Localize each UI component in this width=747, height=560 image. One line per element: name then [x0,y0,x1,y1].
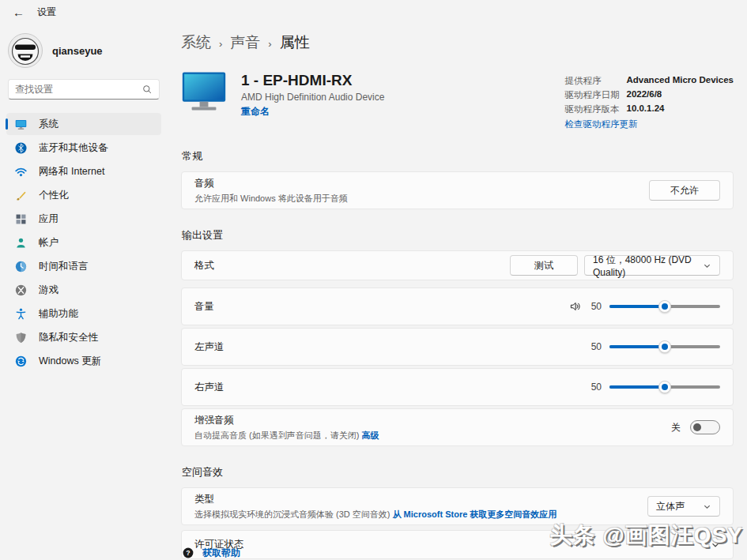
enhance-audio-toggle[interactable] [690,420,720,434]
watermark: 头条 @画图汪QSY [550,521,743,551]
right-channel-label: 右声道 [194,381,224,394]
volume-label: 音量 [194,300,214,314]
volume-value: 50 [590,301,602,312]
help-icon: ? [182,547,194,559]
bluetooth-icon [14,141,28,155]
left-channel-card: 左声道 50 [181,328,734,366]
spatial-type-value: 立体声 [656,500,685,513]
audio-subtitle: 允许应用和 Windows 将此设备用于音频 [194,193,348,205]
driver-value: 2022/6/8 [626,89,662,101]
right-channel-slider[interactable] [609,381,720,393]
enhance-audio-card: 增强音频 自动提高音质 (如果遇到声音问题，请关闭) 高级 关 [181,408,734,446]
user-name: qianseyue [52,45,103,57]
toggle-state-label: 关 [671,421,681,434]
spatial-type-label: 类型 [194,493,556,506]
sidebar-item-apps[interactable]: 应用 [6,208,161,230]
sidebar-item-label: 应用 [39,212,58,226]
sidebar-item-accessibility[interactable]: 辅助功能 [6,303,161,325]
sidebar-item-label: 隐私和安全性 [39,331,98,344]
sidebar-item-label: 蓝牙和其他设备 [39,141,108,155]
spatial-type-subtitle: 选择模拟现实环境的沉浸式音频体验 (3D 空间音效) [194,509,390,519]
spatial-type-card: 类型 选择模拟现实环境的沉浸式音频体验 (3D 空间音效) 从 Microsof… [181,487,734,525]
left-channel-value: 50 [590,341,602,352]
search-placeholder: 查找设置 [15,83,53,96]
rename-link[interactable]: 重命名 [241,105,270,118]
sidebar-item-accounts[interactable]: 帐户 [6,231,161,254]
get-help-link[interactable]: 获取帮助 [202,547,240,560]
format-value: 16 位，48000 Hz (DVD Quality) [593,254,703,278]
get-help[interactable]: ? 获取帮助 [182,543,240,560]
driver-value: 10.0.1.24 [626,103,664,115]
titlebar: ← 设置 [0,0,56,24]
avatar [8,33,43,68]
slider-thumb[interactable] [658,340,671,353]
sidebar-item-network-internet[interactable]: 网络和 Internet [6,160,161,182]
page-title: 属性 [280,32,310,53]
device-header: 1 - EP-HDMI-RX AMD High Definition Audio… [181,70,734,130]
xbox-icon [14,284,28,297]
format-dropdown[interactable]: 16 位，48000 Hz (DVD Quality) [584,255,720,276]
right-channel-card: 右声道 50 [181,368,734,406]
volume-slider[interactable] [609,300,720,313]
test-button[interactable]: 测试 [510,255,578,276]
audio-title: 音频 [194,177,348,190]
sidebar-item-label: 帐户 [39,236,58,250]
driver-value: Advanced Micro Devices [626,75,734,87]
speaker-icon[interactable] [569,300,582,313]
sidebar-item-time-language[interactable]: 时间和语言 [6,255,161,277]
sidebar-item-label: 辅助功能 [39,307,78,321]
chevron-down-icon [703,261,711,270]
user-profile[interactable]: qianseyue [5,30,163,79]
search-icon [141,84,153,95]
driver-label: 提供程序 [564,75,626,87]
search-input[interactable]: 查找设置 [8,79,160,100]
driver-info: 提供程序 Advanced Micro Devices 驱动程序日期 2022/… [564,70,734,130]
breadcrumb-separator: › [268,36,271,50]
section-title-general: 常规 [182,149,734,163]
clock-icon [14,260,28,273]
driver-label: 驱动程序日期 [564,89,626,101]
shield-icon [14,331,28,344]
sidebar-item-bluetooth-devices[interactable]: 蓝牙和其他设备 [6,137,161,159]
slider-thumb[interactable] [658,300,671,313]
brush-icon [14,189,28,202]
left-channel-slider[interactable] [609,340,720,353]
advanced-link[interactable]: 高级 [361,430,379,440]
app-title: 设置 [37,6,56,19]
main-content: 系统 › 声音 › 属性 1 - EP-HDMI-RX AMD High Def… [168,24,747,560]
format-label: 格式 [194,259,214,272]
monitor-device-icon [181,70,227,113]
sidebar-item-windows-update[interactable]: Windows 更新 [6,350,161,372]
sidebar: qianseyue 查找设置 系统 蓝牙和其他设备 网络和 Internet [0,24,168,560]
sidebar-item-gaming[interactable]: 游戏 [6,279,161,301]
microsoft-store-link[interactable]: 从 Microsoft Store 获取更多空间音效应用 [393,509,557,519]
back-icon[interactable]: ← [13,6,25,19]
driver-row: 驱动程序版本 10.0.1.24 [564,103,734,115]
breadcrumb-system[interactable]: 系统 [181,32,211,53]
right-channel-value: 50 [590,381,602,393]
sidebar-item-privacy-security[interactable]: 隐私和安全性 [6,326,161,348]
enhance-audio-title: 增强音频 [194,414,379,427]
breadcrumb: 系统 › 声音 › 属性 [181,32,734,53]
spatial-type-dropdown[interactable]: 立体声 [647,496,720,517]
check-driver-update-link[interactable]: 检查驱动程序更新 [564,118,734,130]
update-icon [14,355,28,368]
sidebar-item-system[interactable]: 系统 [6,113,161,135]
person-icon [14,236,28,250]
left-channel-label: 左声道 [194,340,224,354]
sidebar-item-label: 网络和 Internet [39,165,104,179]
driver-label: 驱动程序版本 [564,103,626,115]
slider-thumb[interactable] [658,381,671,393]
disallow-button[interactable]: 不允许 [649,180,720,201]
breadcrumb-sound[interactable]: 声音 [230,32,260,53]
monitor-icon [14,118,28,131]
driver-row: 驱动程序日期 2022/6/8 [564,89,734,101]
section-title-spatial: 空间音效 [182,465,734,479]
sidebar-item-personalization[interactable]: 个性化 [6,184,161,206]
accessibility-icon [14,307,28,321]
device-description: AMD High Definition Audio Device [241,92,384,103]
device-name: 1 - EP-HDMI-RX [241,72,384,89]
sidebar-item-label: 个性化 [39,189,69,202]
audio-permission-card: 音频 允许应用和 Windows 将此设备用于音频 不允许 [181,171,734,209]
sidebar-item-label: Windows 更新 [39,355,101,368]
